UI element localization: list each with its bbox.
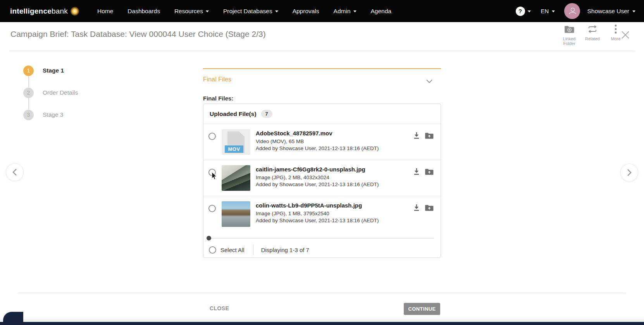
logo-sun-icon xyxy=(70,7,79,16)
nav-item-resources[interactable]: Resources xyxy=(174,8,209,15)
add-to-folder-icon[interactable] xyxy=(425,168,434,176)
horizontal-scrollbar-handle[interactable] xyxy=(207,236,211,240)
stepper-step-order-details[interactable]: 2 Order Details xyxy=(23,87,78,98)
file-name[interactable]: caitlin-james-Cf6Gg8rk2-0-unsplash.jpg xyxy=(256,166,379,173)
file-added-by: Added by Showcase User, 2021-12-13 18:16… xyxy=(256,218,379,223)
avatar[interactable] xyxy=(564,3,580,19)
file-thumbnail-photo[interactable] xyxy=(222,201,250,227)
stepper-step-stage-3[interactable]: 3 Stage 3 xyxy=(23,109,78,120)
stage-stepper: 1 Stage 1 2 Order Details 3 Stage 3 xyxy=(23,65,78,120)
caret-down-icon xyxy=(632,10,635,12)
file-name[interactable]: colin-watts-Lb9-d9PP5tA-unsplash.jpg xyxy=(256,202,379,209)
final-files-field-label: Final Files: xyxy=(203,95,233,102)
add-to-folder-icon[interactable] xyxy=(425,131,434,140)
select-all-label[interactable]: Select All xyxy=(220,247,245,253)
select-all-radio[interactable] xyxy=(209,246,216,254)
modal-footer-divider xyxy=(18,293,626,293)
chevron-left-icon xyxy=(12,168,17,176)
page-title: Campaign Brief: Task Database: View 0000… xyxy=(10,29,266,39)
file-added-by: Added by Showcase User, 2021-12-13 18:16… xyxy=(256,145,379,151)
uploaded-files-title: Uploaded File(s) xyxy=(210,111,257,118)
nav-item-dashboards[interactable]: Dashboards xyxy=(127,8,160,15)
table-row: caitlin-james-Cf6Gg8rk2-0-unsplash.jpg I… xyxy=(203,160,441,196)
person-illustration-icon xyxy=(568,7,577,16)
file-count-badge: 7 xyxy=(261,110,272,118)
file-added-by: Added by Showcase User, 2021-12-13 18:16… xyxy=(256,182,379,187)
stepper-connector xyxy=(28,76,29,87)
nav-item-approvals[interactable]: Approvals xyxy=(293,8,319,15)
file-name[interactable]: AdobeStock_48782597.mov xyxy=(256,130,379,137)
displaying-count: Displaying 1-3 of 7 xyxy=(261,247,309,253)
file-row-actions xyxy=(412,168,434,176)
step-number-badge: 1 xyxy=(23,66,34,76)
file-info: colin-watts-Lb9-d9PP5tA-unsplash.jpg Ima… xyxy=(256,201,379,223)
intelligencebank-logo[interactable]: intelligencebank xyxy=(10,7,79,16)
caret-down-icon xyxy=(353,10,356,12)
file-info: AdobeStock_48782597.mov Video (MOV), 65 … xyxy=(256,129,379,151)
main-menu: Home Dashboards Resources Project Databa… xyxy=(97,8,391,15)
help-menu[interactable]: ? xyxy=(516,7,531,16)
mouse-cursor xyxy=(212,172,218,182)
page-footer-bar xyxy=(0,322,644,325)
caret-down-icon xyxy=(206,10,209,12)
add-to-folder-icon[interactable] xyxy=(425,204,434,212)
close-button[interactable]: CLOSE xyxy=(210,305,229,311)
stepper-step-stage-1[interactable]: 1 Stage 1 xyxy=(23,65,78,76)
file-info: caitlin-james-Cf6Gg8rk2-0-unsplash.jpg I… xyxy=(256,165,379,187)
related-button[interactable]: Related xyxy=(582,24,603,46)
related-repeat-icon xyxy=(587,24,598,34)
nav-item-agenda[interactable]: Agenda xyxy=(371,8,391,15)
step-number-badge: 2 xyxy=(23,88,34,98)
language-selector[interactable]: EN xyxy=(541,8,555,14)
file-thumbnail-photo[interactable] xyxy=(222,165,250,191)
section-title-final-files[interactable]: Final Files xyxy=(203,76,231,83)
close-icon[interactable] xyxy=(620,30,630,40)
file-row-actions xyxy=(412,131,434,140)
continue-button[interactable]: CONTINUE xyxy=(404,303,440,315)
mov-format-badge: MOV xyxy=(225,145,243,153)
previous-record-button[interactable] xyxy=(6,163,24,181)
next-record-button[interactable] xyxy=(620,164,638,182)
nav-right-group: ? EN Showcase User xyxy=(516,3,644,19)
download-icon[interactable] xyxy=(412,131,421,140)
caret-down-icon xyxy=(275,10,278,12)
nav-item-admin[interactable]: Admin xyxy=(334,8,356,15)
download-icon[interactable] xyxy=(412,168,421,176)
horizontal-scrollbar-track[interactable] xyxy=(208,238,434,239)
more-vertical-icon xyxy=(615,24,617,34)
user-menu[interactable]: Showcase User xyxy=(587,8,635,15)
linked-folder-icon xyxy=(565,24,574,34)
chevron-right-icon xyxy=(627,169,632,176)
panel-footer: Select All Displaying 1-3 of 7 xyxy=(209,245,309,255)
logo-text: intelligencebank xyxy=(10,7,68,16)
section-accent-line xyxy=(203,68,441,69)
help-icon[interactable]: ? xyxy=(516,7,525,16)
header-action-bar: Linked Folder Related More xyxy=(559,24,626,46)
caret-down-icon xyxy=(528,10,531,12)
stepper-connector xyxy=(28,98,29,109)
file-select-radio[interactable] xyxy=(208,205,216,212)
linked-folder-button[interactable]: Linked Folder xyxy=(559,24,579,46)
file-meta: Image (JPG), 1 MB, 3795x2540 xyxy=(256,211,379,216)
top-navbar: intelligencebank Home Dashboards Resourc… xyxy=(0,0,644,22)
footer-divider xyxy=(253,245,253,255)
file-select-radio[interactable] xyxy=(208,133,216,140)
chevron-down-icon[interactable] xyxy=(426,78,432,85)
step-number-badge: 3 xyxy=(23,110,34,120)
nav-item-project-databases[interactable]: Project Databases xyxy=(223,8,278,15)
caret-down-icon xyxy=(552,10,555,12)
file-meta: Video (MOV), 65 MB xyxy=(256,138,379,144)
file-thumbnail-mov[interactable]: MOV xyxy=(222,129,250,155)
download-icon[interactable] xyxy=(412,204,421,212)
table-row: MOV AdobeStock_48782597.mov Video (MOV),… xyxy=(203,124,441,160)
file-row-actions xyxy=(412,204,434,212)
uploaded-files-header: Uploaded File(s) 7 xyxy=(203,104,441,124)
uploaded-files-panel: Uploaded File(s) 7 MOV AdobeStock_487825… xyxy=(203,104,441,258)
header-divider xyxy=(9,51,635,51)
table-row: colin-watts-Lb9-d9PP5tA-unsplash.jpg Ima… xyxy=(203,196,441,232)
nav-item-home[interactable]: Home xyxy=(97,8,113,15)
file-meta: Image (JPG), 2 MB, 4032x3024 xyxy=(256,175,379,180)
